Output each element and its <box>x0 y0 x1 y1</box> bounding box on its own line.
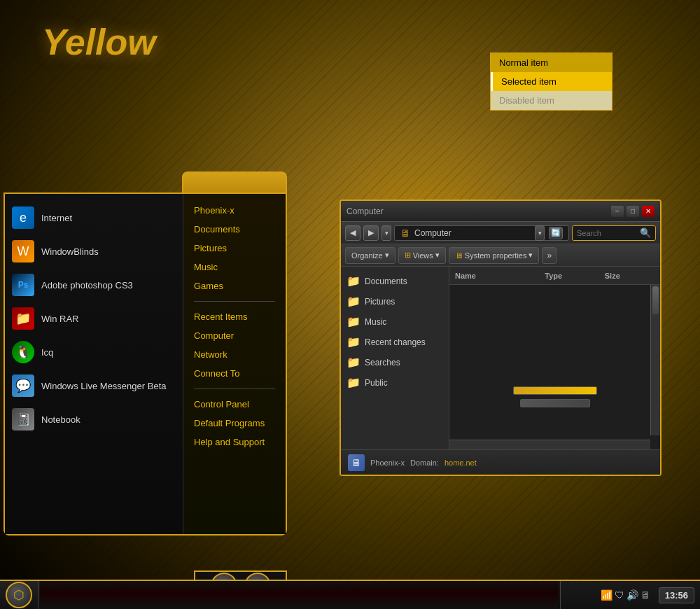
progress-bars <box>513 386 597 407</box>
explorer-content[interactable] <box>449 285 660 449</box>
link-phoenix-x[interactable]: Phoenix-x <box>194 201 275 220</box>
app-label-wlm: Windows Live Messenger Beta <box>41 381 166 391</box>
wlm-icon: 💬 <box>12 374 34 397</box>
sidebar-item-searches[interactable]: 📁 Searches <box>341 352 449 372</box>
app-label-internet: Internet <box>41 213 72 223</box>
explorer-body: 📁 Documents 📁 Pictures 📁 Music 📁 Recent … <box>341 267 660 449</box>
start-button[interactable]: ⬡ <box>0 581 38 609</box>
explorer-titlebar: Computer − □ ✕ <box>341 201 660 222</box>
address-bar-icon: 🖥 <box>400 227 410 239</box>
app-item-photoshop[interactable]: Ps Adobe photoshop CS3 <box>5 268 183 302</box>
column-headers: Name Type Size <box>449 267 660 285</box>
link-connect-to[interactable]: Connect To <box>194 364 275 383</box>
explorer-title: Computer <box>346 206 384 216</box>
sidebar-item-documents[interactable]: 📁 Documents <box>341 271 449 291</box>
divider-2 <box>194 388 275 389</box>
minimize-button[interactable]: − <box>611 206 624 217</box>
address-dropdown[interactable]: ▾ <box>535 225 545 241</box>
close-button[interactable]: ✕ <box>642 206 654 217</box>
col-header-type[interactable]: Type <box>545 272 605 280</box>
vertical-scrollbar-thumb[interactable] <box>652 286 659 314</box>
sidebar-label-music: Music <box>365 317 386 327</box>
tray-icons: 📶 🛡 🔊 🖥 <box>601 589 650 601</box>
public-folder-icon: 📁 <box>346 376 360 389</box>
link-games[interactable]: Games <box>194 276 275 295</box>
link-recent-items[interactable]: Recent Items <box>194 307 275 326</box>
explorer-main-pane: Name Type Size <box>449 267 660 449</box>
photoshop-icon: Ps <box>12 274 34 296</box>
app-item-winrar[interactable]: 📁 Win RAR <box>5 302 183 335</box>
refresh-button[interactable]: 🔄 <box>549 227 563 239</box>
app-item-notebook[interactable]: 📓 Notebook <box>5 402 183 436</box>
app-item-windowblinds[interactable]: W WindowBlinds <box>5 234 183 268</box>
link-pictures[interactable]: Pictures <box>194 239 275 258</box>
notebook-icon: 📓 <box>12 408 34 430</box>
dropdown-disabled-item: Disabled item <box>491 91 612 110</box>
start-logo: ⬡ <box>6 582 32 608</box>
sidebar-item-music[interactable]: 📁 Music <box>341 312 449 332</box>
taskbar-programs-area[interactable] <box>40 581 559 609</box>
sidebar-item-pictures[interactable]: 📁 Pictures <box>341 291 449 312</box>
taskbar-tray: 📶 🛡 🔊 🖥 13:56 <box>560 581 700 609</box>
sidebar-item-recent-changes[interactable]: 📁 Recent changes <box>341 332 449 352</box>
app-item-wlm[interactable]: 💬 Windows Live Messenger Beta <box>5 369 183 402</box>
link-default-programs[interactable]: Default Programs <box>194 414 275 433</box>
organize-button[interactable]: Organize ▾ <box>345 247 396 264</box>
sidebar-item-public[interactable]: 📁 Public <box>341 372 449 393</box>
start-menu-apps-panel: e Internet W WindowBlinds Ps Adobe photo… <box>5 194 183 534</box>
system-properties-label: System properties <box>465 251 527 260</box>
dropdown-preview: Normal item Selected item Disabled item <box>490 52 612 111</box>
explorer-window: Computer − □ ✕ ◀ ▶ ▾ 🖥 Computer ▾ 🔄 🔍 Or… <box>340 200 662 476</box>
dropdown-normal-item[interactable]: Normal item <box>491 53 612 72</box>
link-documents[interactable]: Documents <box>194 220 275 239</box>
system-props-dropdown-icon: ▾ <box>528 251 533 260</box>
dropdown-selected-item[interactable]: Selected item <box>491 72 612 91</box>
tray-network-icon[interactable]: 📶 <box>601 589 612 601</box>
app-label-icq: Icq <box>41 347 53 358</box>
search-input[interactable] <box>577 229 640 237</box>
link-help-support[interactable]: Help and Support <box>194 433 275 451</box>
music-folder-icon: 📁 <box>346 315 360 328</box>
system-icon: 🖥 <box>455 251 463 260</box>
col-header-size[interactable]: Size <box>605 272 654 280</box>
app-label-notebook: Notebook <box>41 414 80 425</box>
windowblinds-icon: W <box>12 240 34 262</box>
tray-security-icon[interactable]: 🛡 <box>615 589 624 601</box>
system-clock: 13:56 <box>659 587 694 603</box>
organize-label: Organize <box>351 251 383 260</box>
link-music[interactable]: Music <box>194 258 275 276</box>
progress-bar-gray <box>520 399 590 407</box>
forward-button[interactable]: ▶ <box>363 225 379 241</box>
history-dropdown[interactable]: ▾ <box>382 225 391 241</box>
address-bar[interactable]: 🖥 Computer ▾ 🔄 <box>394 225 569 241</box>
horizontal-scrollbar[interactable] <box>449 440 650 449</box>
sidebar-label-public: Public <box>365 378 388 388</box>
search-bar: 🔍 <box>572 225 656 241</box>
sidebar-label-recent-changes: Recent changes <box>365 337 426 347</box>
back-button[interactable]: ◀ <box>345 225 360 241</box>
grid-icon: ⊞ <box>405 251 411 260</box>
maximize-button[interactable]: □ <box>626 206 639 217</box>
tray-volume-icon[interactable]: 🔊 <box>626 589 638 601</box>
internet-explorer-icon: e <box>12 206 34 229</box>
vertical-scrollbar[interactable] <box>650 285 660 435</box>
system-properties-button[interactable]: 🖥 System properties ▾ <box>449 247 540 264</box>
app-label-windowblinds: WindowBlinds <box>41 246 99 257</box>
divider-1 <box>194 301 275 302</box>
sidebar-label-documents: Documents <box>365 276 407 286</box>
app-item-icq[interactable]: 🐧 Icq <box>5 335 183 369</box>
link-computer[interactable]: Computer <box>194 326 275 345</box>
col-header-name[interactable]: Name <box>455 272 545 280</box>
search-icon: 🔍 <box>640 227 651 238</box>
explorer-title-buttons: − □ ✕ <box>611 206 654 217</box>
views-button[interactable]: ⊞ Views ▾ <box>398 247 446 264</box>
more-button[interactable]: » <box>542 247 556 264</box>
explorer-toolbar: Organize ▾ ⊞ Views ▾ 🖥 System properties… <box>341 244 660 267</box>
app-item-internet[interactable]: e Internet <box>5 201 183 234</box>
link-network[interactable]: Network <box>194 345 275 364</box>
tray-display-icon[interactable]: 🖥 <box>640 589 650 601</box>
sidebar-label-searches: Searches <box>365 358 400 368</box>
icq-icon: 🐧 <box>12 341 34 363</box>
views-dropdown-icon: ▾ <box>435 251 440 260</box>
link-control-panel[interactable]: Control Panel <box>194 395 275 414</box>
